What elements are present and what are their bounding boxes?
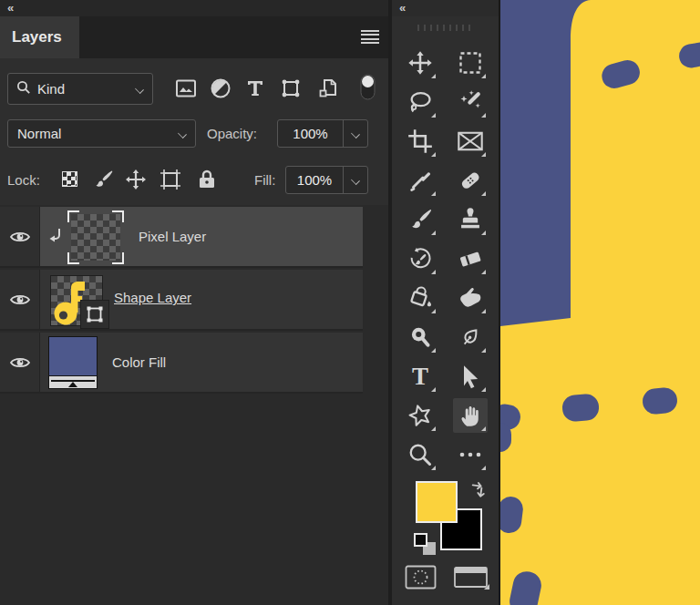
- opacity-dropdown-button[interactable]: [343, 120, 367, 147]
- lock-artboard-icon[interactable]: [158, 167, 182, 191]
- fill-dropdown-button[interactable]: [343, 167, 367, 193]
- crop-tool[interactable]: [403, 124, 438, 159]
- lock-transparency-icon[interactable]: [57, 167, 82, 191]
- layer-thumbnail[interactable]: [48, 336, 98, 389]
- adjustment-filter-icon[interactable]: [210, 77, 232, 100]
- foreground-color-swatch[interactable]: [416, 481, 458, 523]
- canvas-artwork: [500, 0, 700, 605]
- filter-toggle[interactable]: [356, 75, 378, 98]
- opacity-field[interactable]: 100%: [277, 119, 368, 148]
- type-tool[interactable]: T: [403, 359, 438, 394]
- chevron-down-icon: [136, 85, 144, 93]
- layer-row-color-fill[interactable]: Color Fill: [0, 333, 363, 394]
- panel-menu-icon[interactable]: [361, 30, 379, 44]
- layers-tab-label: Layers: [12, 28, 62, 46]
- visibility-toggle[interactable]: [0, 270, 40, 329]
- chevron-down-icon: [352, 176, 360, 184]
- swap-colors-icon[interactable]: [467, 480, 487, 500]
- eyedropper-tool[interactable]: [403, 163, 438, 198]
- fill-field[interactable]: 100%: [285, 166, 368, 194]
- image-filter-icon[interactable]: [175, 77, 197, 100]
- clone-stamp-tool[interactable]: [453, 202, 488, 237]
- magic-wand-tool[interactable]: [453, 85, 488, 119]
- collapse-panel-button[interactable]: «: [7, 1, 15, 15]
- marquee-select-tool[interactable]: [453, 46, 488, 80]
- fill-label: Fill:: [254, 172, 275, 188]
- kind-filter-dropdown[interactable]: Kind: [7, 73, 153, 105]
- toolbar-grip-handle[interactable]: [417, 25, 474, 31]
- type-tool-glyph: T: [412, 364, 428, 389]
- layers-tab-bar: Layers: [0, 16, 388, 58]
- opacity-value: 100%: [278, 126, 343, 141]
- visibility-toggle[interactable]: [0, 207, 40, 266]
- layer-list: Pixel Layer Shape Layer: [0, 205, 388, 605]
- smart-object-filter-icon[interactable]: [317, 77, 339, 100]
- layer-row-shape-layer[interactable]: Shape Layer: [0, 270, 363, 331]
- chevron-down-icon: [179, 129, 187, 138]
- kind-filter-label: Kind: [37, 81, 65, 97]
- application-window: « Layers Kind: [0, 0, 700, 605]
- frame-tool[interactable]: [453, 124, 488, 159]
- clipping-mask-arrow-icon: [47, 227, 63, 248]
- search-icon: [16, 80, 31, 97]
- layer-name[interactable]: Color Fill: [112, 354, 166, 370]
- dodge-tool[interactable]: [403, 320, 438, 354]
- screen-mode-button[interactable]: [452, 565, 489, 590]
- collapse-toolbar-button[interactable]: «: [399, 1, 407, 15]
- toolbar-topbar: «: [392, 0, 499, 16]
- zoom-tool[interactable]: [403, 437, 438, 472]
- lock-pixels-icon[interactable]: [90, 167, 115, 191]
- smudge-tool[interactable]: [453, 281, 488, 315]
- paint-bucket-tool[interactable]: [403, 281, 438, 315]
- layer-thumbnail[interactable]: [67, 210, 124, 264]
- blend-mode-dropdown[interactable]: Normal: [7, 119, 196, 148]
- move-tool[interactable]: [403, 46, 438, 80]
- vector-shape-badge: [80, 300, 109, 329]
- eye-icon: [9, 229, 31, 245]
- brush-tool[interactable]: [403, 202, 438, 237]
- lasso-tool[interactable]: [403, 85, 438, 119]
- pen-tool[interactable]: [453, 320, 488, 354]
- more-tools[interactable]: [453, 437, 488, 472]
- eye-icon: [9, 354, 31, 371]
- chevron-down-icon: [352, 129, 360, 138]
- layers-panel: « Layers Kind: [0, 0, 388, 605]
- layer-row-pixel-layer[interactable]: Pixel Layer: [0, 207, 363, 268]
- type-filter-icon[interactable]: [244, 77, 266, 100]
- lock-all-icon[interactable]: [194, 167, 219, 191]
- toolbar: «: [392, 0, 499, 605]
- lock-position-icon[interactable]: [123, 167, 148, 191]
- eye-icon: [9, 292, 31, 308]
- path-select-tool[interactable]: [453, 359, 488, 394]
- visibility-toggle[interactable]: [0, 333, 40, 392]
- shape-tool[interactable]: [403, 398, 438, 433]
- tab-layers[interactable]: Layers: [0, 16, 79, 58]
- opacity-label: Opacity:: [207, 126, 257, 141]
- layer-name[interactable]: Shape Layer: [114, 290, 191, 305]
- history-brush-tool[interactable]: [403, 241, 438, 276]
- lock-label: Lock:: [7, 172, 40, 188]
- default-colors-icon[interactable]: [414, 533, 436, 555]
- eraser-tool[interactable]: [453, 241, 488, 276]
- canvas-viewport[interactable]: [499, 0, 700, 605]
- quick-mask-button[interactable]: [405, 565, 437, 590]
- layer-name[interactable]: Pixel Layer: [139, 229, 206, 244]
- layers-panel-topbar: «: [0, 0, 388, 16]
- hand-tool[interactable]: [453, 398, 488, 433]
- blend-mode-value: Normal: [17, 126, 61, 141]
- fill-value: 100%: [286, 172, 343, 188]
- healing-brush-tool[interactable]: [453, 163, 488, 198]
- shape-filter-icon[interactable]: [280, 77, 302, 100]
